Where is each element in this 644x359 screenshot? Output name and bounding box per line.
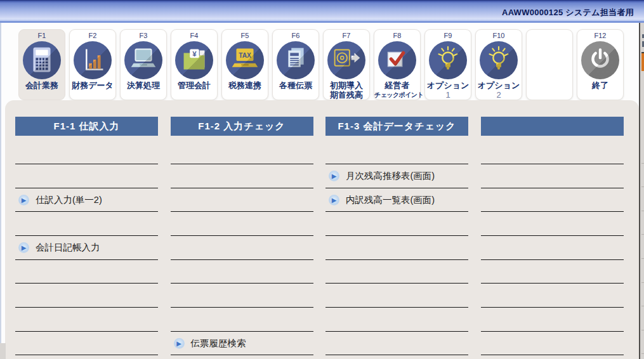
tab-label: 終了 <box>577 81 623 90</box>
fkey-label: F5 <box>222 32 268 40</box>
tab-f5-tax-link[interactable]: F5 TAX 税務連携 <box>221 29 268 100</box>
menu-row-empty <box>325 284 468 308</box>
menu-column-4 <box>481 117 624 355</box>
tab-f3-settlement[interactable]: F3 決算処理 <box>120 29 167 100</box>
menu-row-empty <box>171 236 313 260</box>
menu-item-label: 伝票履歴検索 <box>191 337 246 349</box>
tab-label: 会計業務 <box>19 81 65 90</box>
menu-row-empty <box>171 164 313 188</box>
tab-label-line2: 期首残高 <box>324 90 369 100</box>
menu-row-empty <box>325 308 468 332</box>
bar-chart-icon <box>74 41 112 79</box>
disk-export-icon <box>327 41 365 79</box>
documents-icon <box>277 41 315 79</box>
tab-label-line2: 2 <box>476 90 522 100</box>
menu-item-journal-entry-single2[interactable]: ▶ 仕訳入力(単一2) <box>15 188 158 212</box>
sliver-row-lines <box>641 140 644 359</box>
menu-row-empty <box>15 141 158 165</box>
tab-label: 各種伝票 <box>273 81 319 90</box>
tab-label: 管理会計 <box>171 81 217 90</box>
menu-item-label: 月次残高推移表(画面) <box>346 170 435 182</box>
tab-label: 税務連携 <box>222 81 268 90</box>
fkey-label: F1 <box>19 32 65 40</box>
triangle-bullet-icon: ▶ <box>18 242 29 253</box>
menu-item-label: 内訳残高一覧表(画面) <box>346 194 435 206</box>
menu-row-empty <box>15 212 158 236</box>
checkbox-check-icon <box>378 41 416 79</box>
menu-row-empty <box>481 236 624 260</box>
menu-row-empty <box>171 308 313 332</box>
menu-row-empty <box>325 260 468 284</box>
sliver-orange-block <box>641 52 644 71</box>
app-window: AAWW0000125 システム担当者用 F1 会計業務 F2 <box>0 0 644 359</box>
triangle-bullet-icon: ▶ <box>329 195 339 206</box>
tab-f4-management-accounting[interactable]: F4 ¥ 管理会計 <box>171 29 218 100</box>
fkey-label: F12 <box>577 32 623 40</box>
menu-row-empty <box>15 164 158 188</box>
tab-f11-blank[interactable] <box>526 29 573 100</box>
menu-row-empty <box>325 141 468 165</box>
fkey-label: F2 <box>70 32 115 40</box>
menu-row-empty <box>15 284 158 308</box>
menu-rows: ▶ 月次残高推移表(画面) ▶ 内訳残高一覧表(画面) <box>325 141 468 356</box>
column-header: F1-1 仕訳入力 <box>15 117 158 136</box>
tax-laptop-icon: TAX <box>226 41 264 79</box>
tab-label: 決算処理 <box>121 81 166 90</box>
tab-f12-exit[interactable]: F12 終了 <box>577 29 624 100</box>
tab-f6-vouchers[interactable]: F6 各種伝票 <box>272 29 319 100</box>
fkey-label: F9 <box>425 32 471 40</box>
tab-f2-financial-data[interactable]: F2 財務データ <box>69 29 116 100</box>
menu-row-empty <box>481 212 624 236</box>
menu-row-empty <box>15 308 158 332</box>
svg-text:TAX: TAX <box>239 52 251 59</box>
menu-column-2: F1-2 入力チェック ▶ 伝票履歴検索 <box>171 117 313 355</box>
tab-f10-option-2[interactable]: F10 オプション 2 <box>475 29 522 100</box>
menu-row-empty <box>481 332 624 356</box>
menu-row-empty <box>481 308 624 332</box>
adjacent-window-sliver <box>639 23 644 359</box>
menu-row-empty <box>481 164 624 188</box>
menu-item-voucher-history-search[interactable]: ▶ 伝票履歴検索 <box>171 332 313 356</box>
fkey-label: F8 <box>374 32 420 40</box>
tab-label: 財務データ <box>70 81 115 90</box>
tab-f7-initial-opening-balance[interactable]: F7 初期導入 期首残高 <box>323 29 370 100</box>
triangle-bullet-icon: ▶ <box>329 171 339 181</box>
tab-f8-manager-checkpoint[interactable]: F8 経営者 チェックポイント <box>374 29 421 100</box>
menu-rows <box>481 141 624 356</box>
tab-f9-option-1[interactable]: F9 オプション 1 <box>424 29 471 100</box>
menu-rows: ▶ 仕訳入力(単一2) ▶ 会計日記帳入力 <box>15 141 158 356</box>
triangle-bullet-icon: ▶ <box>174 338 185 349</box>
folder-yen-icon: ¥ <box>175 41 213 79</box>
light-bulb-icon <box>429 41 467 79</box>
menu-panel: F1-1 仕訳入力 ▶ 仕訳入力(単一2) ▶ 会計日記帳入力 <box>5 100 639 359</box>
menu-item-breakdown-balance-list[interactable]: ▶ 内訳残高一覧表(画面) <box>325 188 468 212</box>
menu-row-empty <box>171 260 313 284</box>
menu-row-empty <box>481 260 624 284</box>
function-tab-bar: F1 会計業務 F2 <box>18 29 624 100</box>
window-left-edge <box>0 23 1 359</box>
triangle-bullet-icon: ▶ <box>18 195 29 206</box>
menu-column-3: F1-3 会計データチェック ▶ 月次残高推移表(画面) ▶ 内訳残高一覧表(画… <box>325 117 468 355</box>
tab-label: 初期導入 <box>324 81 369 90</box>
menu-row-empty <box>171 212 313 236</box>
fkey-label: F3 <box>121 32 166 40</box>
menu-item-accounting-diary-entry[interactable]: ▶ 会計日記帳入力 <box>15 236 158 260</box>
menu-row-empty <box>481 284 624 308</box>
window-titlebar: AAWW0000125 システム担当者用 <box>0 0 644 23</box>
menu-row-empty <box>325 236 468 260</box>
menu-row-empty <box>15 260 158 284</box>
menu-row-empty <box>171 141 313 165</box>
menu-rows: ▶ 伝票履歴検索 <box>171 141 313 356</box>
fkey-label: F6 <box>273 32 319 40</box>
tab-label-line2: 1 <box>425 90 471 100</box>
column-header <box>481 117 624 136</box>
tab-f1-accounting[interactable]: F1 会計業務 <box>18 29 65 100</box>
session-user-label: AAWW0000125 システム担当者用 <box>502 7 634 18</box>
bottom-left-edge-shade <box>0 343 6 359</box>
fkey-label: F10 <box>476 32 522 40</box>
tab-label-line2: チェックポイント <box>374 90 420 100</box>
menu-item-monthly-balance-trend[interactable]: ▶ 月次残高推移表(画面) <box>325 164 468 188</box>
tab-label: 経営者 <box>374 81 420 90</box>
column-header: F1-2 入力チェック <box>171 117 313 136</box>
menu-columns: F1-1 仕訳入力 ▶ 仕訳入力(単一2) ▶ 会計日記帳入力 <box>15 117 624 355</box>
